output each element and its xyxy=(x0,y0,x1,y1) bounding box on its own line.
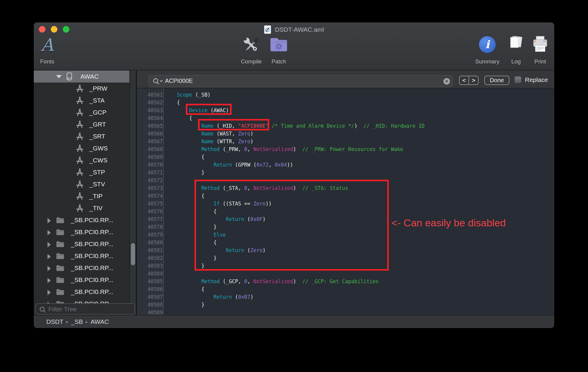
tree-item-awac[interactable]: AWAC xyxy=(34,71,129,83)
line-number: 40572 xyxy=(137,176,163,184)
window-title: DSDT-AWAC.aml xyxy=(275,26,324,33)
method-icon xyxy=(75,96,84,106)
line-number: 40571 xyxy=(137,169,163,176)
code-text: Method (_GCP, 0, NotSerialized) // _GCP:… xyxy=(177,278,379,285)
tree-item-sb-pci0-rp[interactable]: _SB.PCI0.RP... xyxy=(34,286,129,298)
line-number: 40576 xyxy=(137,208,163,215)
tree-item-sb-pci0-rp[interactable]: _SB.PCI0.RP... xyxy=(34,214,129,226)
line-number: 40569 xyxy=(137,153,163,161)
tree-item-sb-pci0-rp[interactable]: _SB.PCI0.RP... xyxy=(34,238,129,250)
tree-scrollbar-thumb[interactable] xyxy=(131,243,135,265)
code-line[interactable]: 40585 Method (_GCP, 0, NotSerialized) //… xyxy=(137,278,554,285)
patch-folder-icon xyxy=(261,33,297,57)
folder-icon xyxy=(55,251,65,262)
patch-button[interactable]: Patch xyxy=(261,33,297,65)
code-line[interactable]: 40571 } xyxy=(137,169,554,176)
code-text: } xyxy=(177,169,204,176)
filter-tree-input[interactable]: Filter Tree xyxy=(35,303,135,315)
replace-label: Replace xyxy=(525,76,548,83)
method-icon xyxy=(75,120,84,130)
search-icon xyxy=(39,306,47,314)
code-text: } xyxy=(177,301,204,309)
tree-item-gcp[interactable]: _GCP xyxy=(34,106,129,118)
line-number: 40566 xyxy=(137,130,163,138)
breadcrumb-item-dsdt[interactable]: DSDT xyxy=(46,318,63,325)
find-bar: ACPI000E × < > Done Replace xyxy=(137,71,554,89)
folder-icon xyxy=(55,228,65,238)
disclosure-triangle-icon[interactable] xyxy=(48,290,51,295)
tree-item-sb-pci0-rp[interactable]: _SB.PCI0.RP... xyxy=(34,274,129,286)
code-line[interactable]: 40566 Name (WAST, Zero) xyxy=(137,130,554,138)
tree-item-grt[interactable]: _GRT xyxy=(34,118,129,130)
disclosure-triangle-icon[interactable] xyxy=(48,218,51,223)
line-number: 40561 xyxy=(137,91,163,99)
line-number: 40589 xyxy=(137,309,163,315)
breadcrumb-separator-icon: ▸ xyxy=(83,319,91,324)
replace-checkbox[interactable] xyxy=(514,76,521,83)
tree-item-tip[interactable]: _TIP xyxy=(34,190,129,202)
line-number: 40583 xyxy=(137,262,163,270)
disclosure-triangle-icon[interactable] xyxy=(48,242,51,247)
annotation-box-sta-method xyxy=(195,180,389,271)
print-button[interactable]: Print xyxy=(522,33,554,65)
sidebar-tree: AWAC_PRW_STA_GCP_GRT_SRT_GWS_CWS_STP_STV… xyxy=(34,71,129,303)
tree-item-sta[interactable]: _STA xyxy=(34,94,129,106)
tree-scrollbar-track[interactable] xyxy=(130,71,136,328)
tree-item-sb-pci0-rp[interactable]: _SB.PCI0.RP... xyxy=(34,262,129,274)
code-line[interactable]: 40568 Method (_PRW, 0, NotSerialized) //… xyxy=(137,145,554,153)
tree-item-sb-pci0-rp[interactable]: _SB.PCI0.RP... xyxy=(34,298,129,303)
line-number: 40588 xyxy=(137,301,163,309)
search-icon xyxy=(152,78,164,85)
breadcrumb: DSDT▸_SB▸AWAC xyxy=(46,318,109,325)
line-number: 40567 xyxy=(137,138,163,145)
tree-item-sb-pci0-rp[interactable]: _SB.PCI0.RP... xyxy=(34,250,129,262)
breadcrumb-item-sb[interactable]: _SB xyxy=(71,318,83,325)
method-icon xyxy=(75,168,84,178)
done-button[interactable]: Done xyxy=(484,76,509,85)
folder-icon xyxy=(55,216,65,226)
breadcrumb-item-awac[interactable]: AWAC xyxy=(91,318,109,325)
disclosure-triangle-icon[interactable] xyxy=(48,230,51,235)
code-line[interactable]: 40584 xyxy=(137,270,554,278)
disclosure-triangle-icon[interactable] xyxy=(48,278,51,283)
tree-item-tiv[interactable]: _TIV xyxy=(34,202,129,214)
tree-item-srt[interactable]: _SRT xyxy=(34,130,129,142)
code-line[interactable]: 40588 } xyxy=(137,301,554,309)
tree-item-stv[interactable]: _STV xyxy=(34,178,129,190)
line-number: 40564 xyxy=(137,114,163,122)
breadcrumb-separator-icon: ▸ xyxy=(63,319,71,324)
method-icon xyxy=(75,204,84,214)
code-line[interactable]: 40587 Return (0xB7) xyxy=(137,293,554,301)
annotation-box-device xyxy=(186,104,232,115)
find-previous-button[interactable]: < xyxy=(460,76,469,84)
code-text: Return (GPRW (0x72, 0x04)) xyxy=(177,161,293,169)
code-line[interactable]: 40569 { xyxy=(137,153,554,161)
clear-search-icon[interactable]: × xyxy=(443,78,450,85)
tree-item-stp[interactable]: _STP xyxy=(34,166,129,178)
find-prev-next-control: < > xyxy=(459,76,479,85)
line-number: 40568 xyxy=(137,145,163,153)
disclosure-triangle-icon[interactable] xyxy=(48,254,51,259)
fonts-button[interactable]: A Fonts xyxy=(34,33,65,65)
tree-item-gws[interactable]: _GWS xyxy=(34,142,129,154)
find-next-button[interactable]: > xyxy=(469,76,478,84)
code-line[interactable]: 40561Scope (_SB) xyxy=(137,91,554,99)
tree-item-sb-pci0-rp[interactable]: _SB.PCI0.RP... xyxy=(34,226,129,238)
line-number: 40586 xyxy=(137,285,163,293)
app-window: DSDT-AWAC.aml A Fonts xyxy=(34,22,554,328)
disclosure-triangle-icon[interactable] xyxy=(48,266,51,271)
find-input[interactable]: ACPI000E × xyxy=(148,75,453,87)
code-line[interactable]: 40586 { xyxy=(137,285,554,293)
code-line[interactable]: 40570 Return (GPRW (0x72, 0x04)) xyxy=(137,161,554,169)
disclosure-triangle-icon[interactable] xyxy=(56,75,62,78)
code-line[interactable]: 40589 xyxy=(137,309,554,315)
code-editor[interactable]: 40561Scope (_SB)40562{40563 Device (AWAC… xyxy=(137,89,554,315)
code-text: { xyxy=(177,153,204,161)
code-text: Name (WTTR, Zero) xyxy=(177,138,253,145)
printer-icon xyxy=(522,33,554,57)
code-text: Return (0xB7) xyxy=(177,293,253,301)
line-number: 40580 xyxy=(137,239,163,246)
tree-item-cws[interactable]: _CWS xyxy=(34,154,129,166)
code-line[interactable]: 40567 Name (WTTR, Zero) xyxy=(137,138,554,145)
tree-item-prw[interactable]: _PRW xyxy=(34,83,129,94)
